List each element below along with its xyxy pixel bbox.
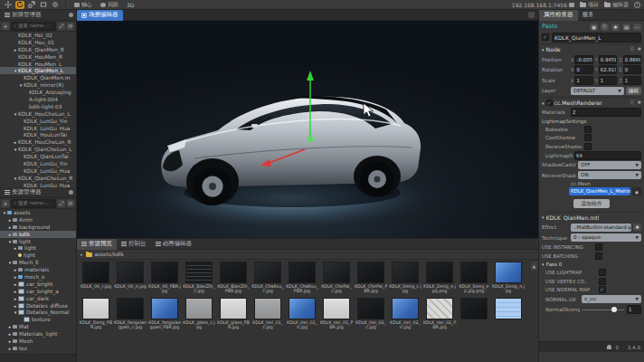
gear-icon[interactable]: ✱ [637,46,641,52]
scale-tool-icon[interactable] [27,1,36,9]
viewport-options-icon[interactable] [528,12,535,18]
tab-assets[interactable]: 资源管理器 [0,187,46,198]
asset-thumbnail-cell[interactable]: KDLK_Hei_01_c.jpg [251,298,285,334]
asset-thumbnail[interactable] [357,298,384,319]
rotation-x-input[interactable]: 0 [574,65,592,74]
tree-node[interactable]: ▾KDLK_QianMen_L [0,67,76,74]
asset-thumbnail[interactable] [495,262,522,283]
tree-node[interactable]: ▾KDLK_QianCheLun_L [0,146,76,153]
effect-gear-icon[interactable]: ✱ [633,224,641,231]
scroll-up-icon[interactable]: ▲ [531,262,537,271]
collapse-arrow-icon[interactable]: ▾ [542,47,545,52]
tree-node[interactable]: ▾KDLK_HouCheLun_L [0,110,76,118]
tree-node[interactable]: ▸car_dark [0,295,76,302]
shadow-casting-dropdown[interactable]: OFF▼ [578,161,641,169]
normal-strength-slider[interactable] [582,310,624,311]
mesh-asset-field[interactable]: KDLK_QianMen_L_MishinaB-3T [569,187,630,195]
tree-node[interactable]: ▸kdlk [0,231,76,238]
asset-thumbnail[interactable] [392,262,419,283]
asset-thumbnail-cell[interactable]: KDLK_06_PBR.jpg [147,262,182,298]
tree-node[interactable]: KDLK_HouMen_R [0,53,76,61]
more-icon[interactable]: ⋯ [633,24,641,31]
tab-hierarchy[interactable]: 层级管理器 [0,10,46,21]
tree-node[interactable]: ▾Mech_E [0,259,76,266]
layer-dropdown[interactable]: DEFAULT▼ [571,87,624,95]
asset-thumbnail-cell[interactable]: KDLK_Deng_PBR.jpg [79,298,113,334]
asset-thumbnail-cell[interactable]: KDLK_Hei_01_PBR.jpg [319,298,354,334]
asset-thumbnail-cell[interactable]: KDLK_BiaoZhi_PBR.jpg [216,262,251,298]
tree-node[interactable]: ▸Detailes_diffuse [0,302,76,310]
tree-node[interactable]: ▸light [0,244,76,252]
snap-tool-icon[interactable] [51,1,60,9]
technique-dropdown[interactable]: 0 - opaque▼ [571,233,641,242]
tab-animation[interactable]: 动画编辑器 [151,239,197,250]
scale-y-input[interactable]: 1 [599,76,618,85]
preview-url[interactable]: 192.168.168.1:7456 [512,2,574,8]
tree-node[interactable]: KDLK_QianMen.m [0,74,76,81]
asset-thumbnail-cell[interactable] [457,298,491,334]
settings-gear-icon[interactable]: ✱ [611,24,620,31]
rotation-y-input[interactable]: 62.919 [599,65,618,74]
assets-search-input[interactable]: ⌕ 搜索 name... [11,199,56,208]
asset-thumbnail[interactable] [220,262,247,283]
asset-thumbnail-cell[interactable]: KDLK_06_n.jpg [113,262,147,298]
asset-thumbnail[interactable] [220,298,247,319]
asset-thumbnail[interactable] [460,262,488,283]
tree-node[interactable]: ▾KDLK_mirror(R) [0,81,76,89]
tree-node[interactable]: ▸car_bright_a [0,288,76,295]
position-y-input[interactable]: 0.945839 [599,55,618,64]
tree-node[interactable]: ▾assets [0,209,76,216]
asset-thumbnail-cell[interactable]: KDLK_Hei_02_n.jpg [388,298,422,334]
pivot-toggle[interactable]: 轴心 [71,1,95,9]
tree-node[interactable]: ▸background [0,224,76,231]
copy-icon[interactable]: ⎘ [630,46,634,52]
paste-button[interactable]: Paste [542,23,558,31]
hierarchy-menu-icon[interactable] [69,13,73,17]
scale-z-input[interactable]: 1 [623,76,641,85]
asset-thumbnail[interactable] [426,262,453,283]
node-cube-icon[interactable]: ▣ [590,24,598,31]
tree-node[interactable]: ▸tex [0,345,76,352]
tree-node[interactable]: light [0,252,76,259]
normal-uv-dropdown[interactable]: v_uv▼ [582,295,641,303]
notification-bell-icon[interactable] [607,345,611,349]
asset-thumbnail-cell[interactable]: KDLK_Hei_02_PBR.jpg [422,298,457,334]
asset-thumbnail[interactable] [151,298,178,319]
expand-all-icon[interactable]: ⤢ [58,23,65,30]
asset-thumbnail-cell[interactable]: KDLK_Hei_02_c.jpg [354,298,388,334]
tree-node[interactable]: ▸KDLK_QianMen_R [0,46,76,53]
flag-checkbox[interactable] [595,252,602,260]
flag-checkbox[interactable] [599,286,606,293]
tree-node[interactable]: ▸materials [0,266,76,273]
meshrenderer-section-header[interactable]: ▾ cc.MeshRenderer ⎘✱ [542,97,641,108]
open-editor-button[interactable]: 编辑器 [604,1,629,9]
asset-thumbnail-cell[interactable]: KDLK_ChePai_PBR.jpg [354,262,388,298]
mesh-preview-eye-icon[interactable]: ◉ [632,187,641,195]
node-active-checkbox[interactable] [542,33,549,41]
flag-checkbox[interactable] [584,134,592,141]
asset-thumbnail-cell[interactable]: KDLK_Deng_n.jpg [491,262,526,298]
tree-node[interactable]: ▸mech_e [0,273,76,281]
collapse-arrow-icon[interactable]: ▾ [542,262,545,267]
tree-node[interactable]: KDLK_LunGu_Hua [0,167,76,175]
move-tool-icon[interactable] [4,1,13,9]
refresh-icon[interactable]: ⟳ [67,23,74,30]
flag-checkbox[interactable] [595,243,602,251]
asset-thumbnail[interactable] [426,298,453,319]
tab-console[interactable]: 控制台 [117,239,151,250]
scene-viewport[interactable] [77,21,538,238]
mode-3d-toggle[interactable]: 3D [124,2,137,8]
asset-thumbnail[interactable] [289,262,316,283]
coordinate-toggle[interactable]: 局部 [98,1,121,9]
node-section-header[interactable]: ▾ Node ⎘✱ [542,43,641,54]
flag-checkbox[interactable] [599,278,606,285]
asset-thumbnail[interactable] [117,298,144,319]
create-node-button[interactable]: + [2,23,9,30]
tree-node[interactable]: ▸Anim [0,216,76,224]
flag-checkbox[interactable] [584,143,592,150]
lightmap-size-field[interactable]: 64 [574,151,641,160]
tree-node[interactable]: KDLK_Hei_02 [0,32,76,39]
lightmap-settings-row[interactable]: LightmapSettings [542,117,641,125]
layer-edit-button[interactable]: 编辑 [626,87,641,95]
tree-node[interactable]: ▾light [0,238,76,245]
